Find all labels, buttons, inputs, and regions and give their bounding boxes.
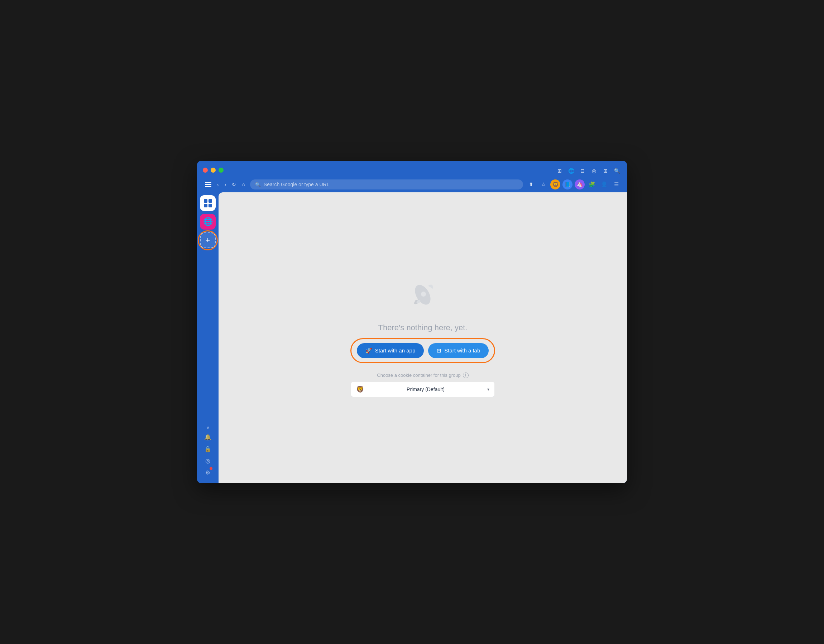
- rocket-btn-icon: 🚀: [366, 347, 372, 354]
- svg-rect-2: [205, 186, 211, 187]
- cookie-dropdown-text: Primary (Default): [367, 386, 484, 392]
- bookmark-icon[interactable]: ☆: [538, 180, 548, 189]
- share-icon[interactable]: ⬆: [526, 180, 536, 189]
- extension-unicorn-icon[interactable]: 🦄: [575, 180, 585, 189]
- notification-badge-dot: [209, 467, 212, 470]
- main-content: There's nothing here, yet. 🚀 Start with …: [218, 192, 627, 483]
- empty-state: There's nothing here, yet. 🚀 Start with …: [351, 279, 494, 397]
- sidebar-bell-icon[interactable]: 🔔: [203, 432, 213, 442]
- search-top-icon[interactable]: 🔍: [613, 166, 621, 175]
- sidebar-gear-icon[interactable]: ⚙: [204, 468, 212, 478]
- apps-dot: [209, 199, 212, 203]
- table-icon[interactable]: ⊟: [578, 166, 587, 175]
- svg-rect-1: [205, 184, 211, 185]
- home-button[interactable]: ⌂: [240, 180, 247, 189]
- sidebar-compass-icon[interactable]: ◎: [204, 456, 212, 466]
- start-app-button[interactable]: 🚀 Start with an app: [357, 343, 424, 358]
- apps-dot: [204, 199, 208, 203]
- cookie-section: Choose a cookie container for this group…: [351, 372, 494, 397]
- apps-grid: [203, 198, 214, 209]
- start-tab-button[interactable]: ⊟ Start with a tab: [428, 343, 489, 358]
- svg-point-4: [421, 292, 426, 297]
- action-buttons: 🚀 Start with an app ⊟ Start with a tab: [357, 343, 489, 358]
- address-bar-wrapper[interactable]: 🔍: [250, 180, 523, 189]
- address-input[interactable]: [264, 181, 518, 188]
- sidebar-add-button[interactable]: +: [200, 232, 216, 248]
- apps-dot: [209, 204, 212, 207]
- close-button[interactable]: [203, 168, 208, 173]
- menu-icon[interactable]: ☰: [611, 180, 621, 189]
- sidebar-item-globe[interactable]: 🌐: [200, 214, 216, 230]
- extension-book-icon[interactable]: 📘: [563, 180, 572, 189]
- empty-title: There's nothing here, yet.: [378, 323, 467, 332]
- title-bar: ⊞ 🌐 ⊟ ◎ ⊞ 🔍 ‹ › ↻ ⌂: [197, 161, 627, 192]
- cookie-emoji: 🦁: [356, 386, 364, 393]
- compass-top-icon[interactable]: ◎: [590, 166, 598, 175]
- search-icon: 🔍: [255, 182, 261, 188]
- cookie-dropdown-arrow-icon: ▾: [487, 387, 489, 392]
- cookie-label-text: Choose a cookie container for this group: [377, 372, 460, 378]
- toolbar: ‹ › ↻ ⌂ 🔍 ⬆ ☆ 🦁 📘 🦄 🧩 👤 ☰: [203, 180, 621, 192]
- sidebar-bottom: ∨ 🔔 🔒 ◎ ⚙: [203, 425, 213, 480]
- add-button-wrapper: +: [200, 232, 216, 248]
- maximize-button[interactable]: [218, 168, 224, 173]
- traffic-lights: [203, 168, 224, 174]
- globe-top-icon[interactable]: 🌐: [567, 166, 575, 175]
- browser-top-icons: ⊞ 🌐 ⊟ ◎ ⊞ 🔍: [555, 165, 621, 177]
- globe-icon: 🌐: [203, 217, 213, 226]
- browser-window: ⊞ 🌐 ⊟ ◎ ⊞ 🔍 ‹ › ↻ ⌂: [197, 161, 627, 483]
- apps-dot: [204, 204, 208, 207]
- apps-top-icon[interactable]: ⊞: [601, 166, 610, 175]
- toolbar-left: ‹ › ↻ ⌂: [203, 180, 247, 189]
- tab-btn-icon: ⊟: [437, 347, 441, 354]
- reload-button[interactable]: ↻: [230, 180, 238, 189]
- extension-lion-icon[interactable]: 🦁: [550, 180, 560, 189]
- browser-body: 🌐 + ∨ 🔔 🔒 ◎ ⚙: [197, 192, 627, 483]
- back-button[interactable]: ‹: [215, 180, 221, 189]
- puzzle-icon[interactable]: 🧩: [587, 180, 597, 189]
- split-view-icon[interactable]: ⊞: [555, 166, 564, 175]
- sidebar-lock-icon[interactable]: 🔒: [203, 444, 213, 454]
- forward-button[interactable]: ›: [223, 180, 229, 189]
- sidebar-item-apps[interactable]: [200, 195, 216, 211]
- rocket-illustration: [401, 279, 444, 312]
- cookie-label: Choose a cookie container for this group…: [377, 372, 468, 378]
- minimize-button[interactable]: [211, 168, 216, 173]
- cookie-info-icon[interactable]: i: [463, 372, 469, 378]
- start-tab-label: Start with a tab: [444, 347, 480, 354]
- profile-icon[interactable]: 👤: [599, 180, 609, 189]
- sidebar: 🌐 + ∨ 🔔 🔒 ◎ ⚙: [197, 192, 218, 483]
- toolbar-right: ⬆ ☆ 🦁 📘 🦄 🧩 👤 ☰: [526, 180, 621, 189]
- plus-icon: +: [206, 236, 210, 245]
- start-app-label: Start with an app: [375, 347, 415, 354]
- cookie-dropdown[interactable]: 🦁 Primary (Default) ▾: [351, 382, 494, 397]
- sidebar-chevron-icon[interactable]: ∨: [206, 425, 209, 430]
- svg-rect-0: [205, 182, 211, 183]
- sidebar-toggle-button[interactable]: [203, 180, 214, 188]
